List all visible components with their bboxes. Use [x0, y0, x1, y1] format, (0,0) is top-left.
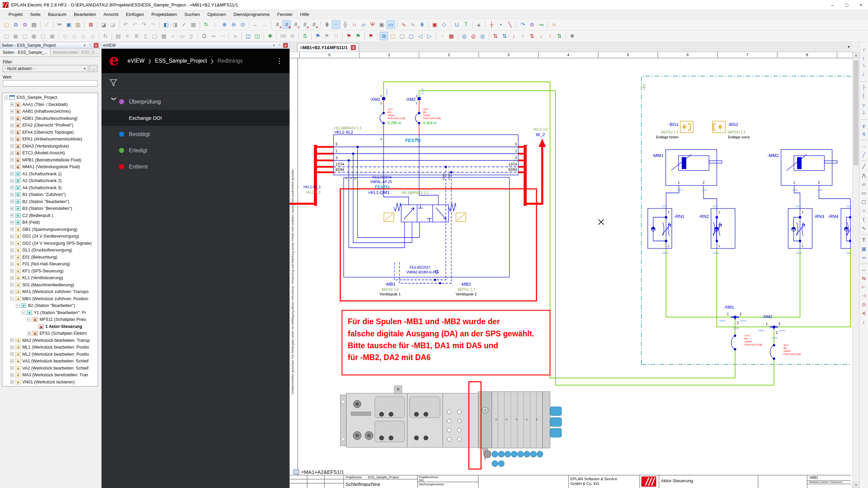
expand-icon[interactable]: +: [10, 290, 14, 294]
tree-item-mpb1[interactable]: +&MPB1 (Betriebsmittelliste Fluid): [2, 157, 98, 164]
undo-list-button[interactable]: ↶: [131, 20, 139, 29]
tree-item-c2[interactable]: ++C2 (Bedienpult ): [2, 212, 98, 219]
eview-close-icon[interactable]: x: [283, 43, 288, 48]
scroll-up-icon[interactable]: ▲: [853, 52, 859, 58]
nav-diamond-4-button[interactable]: ◇: [88, 32, 97, 40]
menu-bauraum[interactable]: Bauraum: [44, 11, 70, 18]
tree-item-mb1[interactable]: −≡MB1 (Werkstück zuführen: Position: [2, 295, 98, 303]
view-3d-4-button[interactable]: ▣: [30, 32, 38, 40]
connect-pair-3-button[interactable]: ◎: [478, 32, 487, 40]
scrollbar-thumb[interactable]: [853, 60, 859, 165]
draw-arc-button[interactable]: (: [860, 215, 868, 223]
connect-pair-1-button[interactable]: ◎: [460, 32, 469, 40]
connection-segment-button[interactable]: ╱: [860, 151, 868, 159]
tree-item-efa2[interactable]: +&EFA2 (Übersicht "Profinet"): [2, 122, 98, 129]
expand-icon[interactable]: +: [10, 172, 14, 176]
expand-icon[interactable]: +: [10, 338, 14, 342]
format-brush-button[interactable]: ◪: [99, 20, 108, 29]
nav-forward-button[interactable]: →: [260, 20, 269, 29]
menu-hilfe[interactable]: Hilfe: [296, 11, 313, 18]
signal-wave-button[interactable]: ∿: [399, 20, 408, 29]
expand-icon[interactable]: +: [10, 352, 14, 356]
draw-rectangle-button[interactable]: ▭: [860, 189, 868, 197]
close-button[interactable]: ×: [854, 0, 868, 10]
tree-item-a1[interactable]: ++A1 (Schaltschrank 1): [2, 171, 98, 178]
tree-item-b4[interactable]: ++B4 (Feld): [2, 219, 98, 226]
menu-dienstprogramme[interactable]: Dienstprogramme: [230, 11, 273, 18]
redline-status-best-tigt[interactable]: Bestätigt: [101, 126, 290, 142]
draw-rounded-rect-button[interactable]: ▢: [860, 198, 868, 206]
dim-aligned-button[interactable]: ⇆: [860, 274, 868, 282]
junction-slash-button[interactable]: ╲: [506, 20, 514, 29]
flag-gear-button[interactable]: ⚑: [323, 32, 331, 40]
connector-t-left-button[interactable]: ┤: [860, 92, 868, 100]
flag-delete-button[interactable]: ⚑: [367, 32, 375, 40]
screw-button[interactable]: ⊸: [209, 32, 218, 40]
settings-wrench-button[interactable]: ⟋: [43, 20, 51, 29]
expand-icon[interactable]: +: [10, 359, 14, 363]
dim-vertical-button[interactable]: ↕: [860, 318, 868, 326]
tree-item-efs1[interactable]: +&EFS1 (Schaltplan Elektro: [2, 330, 98, 337]
wire-number-4-button[interactable]: ↑: [519, 32, 527, 40]
dim-continued-button[interactable]: ⊢: [860, 283, 868, 291]
chevron-down-icon[interactable]: ❯: [111, 97, 117, 107]
expand-icon[interactable]: +: [10, 262, 14, 266]
menu-seite[interactable]: Seite: [26, 11, 44, 18]
junction-dot-button[interactable]: •: [497, 20, 505, 29]
eview-pin-icon[interactable]: ⊤: [277, 43, 282, 48]
delete-selection-button[interactable]: ⊠: [87, 20, 95, 29]
cut-button[interactable]: ✂: [55, 20, 64, 29]
wire-number-6-button[interactable]: ↓: [537, 32, 545, 40]
collapse-icon[interactable]: −: [10, 297, 14, 301]
page-prev-button[interactable]: ◁: [416, 32, 425, 40]
vertical-scrollbar[interactable]: ▲ ▼: [852, 52, 859, 488]
expand-icon[interactable]: +: [10, 144, 14, 148]
grid-display-button[interactable]: ⋕: [323, 20, 331, 29]
tree-item-aaa1[interactable]: +&AAA1 (Titel- / Deckblatt): [2, 101, 98, 108]
maximize-button[interactable]: □: [840, 0, 854, 10]
tree-item-aab1[interactable]: +&AAB1 (Inhaltsverzeichnis): [2, 108, 98, 115]
tree-item-mfs11[interactable]: −&MFS11 (Schaltplan Pneu: [2, 316, 98, 323]
format-brush-off-button[interactable]: ◪: [109, 20, 117, 29]
expand-icon[interactable]: +: [10, 283, 14, 287]
expand-icon[interactable]: +: [10, 165, 14, 169]
expand-icon[interactable]: +: [10, 158, 14, 162]
menu-einf-gen[interactable]: Einfügen: [122, 11, 147, 18]
tree-item-a2[interactable]: ++A2 (Schaltschrank 2): [2, 177, 98, 184]
expand-icon[interactable]: +: [10, 346, 14, 349]
page-next-button[interactable]: ▷: [425, 32, 434, 40]
dots-more-button[interactable]: ⋯: [218, 32, 227, 40]
wert-input[interactable]: [3, 80, 97, 87]
collapse-icon[interactable]: −: [16, 304, 20, 308]
page-new-button[interactable]: ▢: [389, 32, 397, 40]
breadcrumb-eview[interactable]: eVIEW: [128, 58, 144, 64]
expand-icon[interactable]: +: [10, 227, 14, 231]
expand-icon[interactable]: +: [10, 200, 14, 203]
pages-panel-pin-icon[interactable]: ⊤: [88, 43, 93, 48]
tree-item-ema3[interactable]: +&EMA3 (Verbindungsliste): [2, 143, 98, 150]
signal-read-button[interactable]: ∿: [409, 20, 417, 29]
menu-projekt[interactable]: Projekt: [5, 11, 26, 18]
draw-spline-button[interactable]: ∿: [860, 224, 868, 232]
expand-icon[interactable]: +: [10, 276, 14, 280]
curve-k-button[interactable]: ↷: [519, 20, 527, 29]
tree-item-b2[interactable]: ++B2 (Station "Bearbeiten"): [2, 198, 98, 205]
tree-item-b2[interactable]: −+B2 (Station "Bearbeiten"): [2, 302, 98, 309]
junction-cross-button[interactable]: ┼: [487, 20, 496, 29]
menu-projektdaten[interactable]: Projektdaten: [147, 11, 181, 18]
tab-betriebsmittel[interactable]: Betriebsmittel - ESS_S...: [50, 49, 100, 57]
expand-icon[interactable]: +: [10, 214, 14, 217]
panel-layout-green-button[interactable]: ◫: [253, 32, 261, 40]
zoom-in-button[interactable]: ⊕: [220, 20, 229, 29]
expand-icon[interactable]: +: [10, 116, 14, 120]
tree-item-ma2[interactable]: +≡MA2 (Werkstück bearbeiten: Transp: [2, 337, 98, 344]
document-tab-close-icon[interactable]: x: [351, 45, 356, 50]
tree-item-f01[interactable]: +≡F01 (Not-Halt-Steuerung): [2, 261, 98, 268]
expand-icon[interactable]: +: [10, 207, 14, 210]
tree-item-b1[interactable]: ++B1 (Station "Zuführen"): [2, 191, 98, 198]
dim-baseline-button[interactable]: ⊣: [860, 292, 868, 300]
collapse-icon[interactable]: −: [4, 96, 8, 99]
grid-align-button[interactable]: ╬: [341, 20, 349, 29]
expand-icon[interactable]: +: [10, 193, 14, 197]
terminal-table-button[interactable]: ▦: [160, 32, 168, 40]
